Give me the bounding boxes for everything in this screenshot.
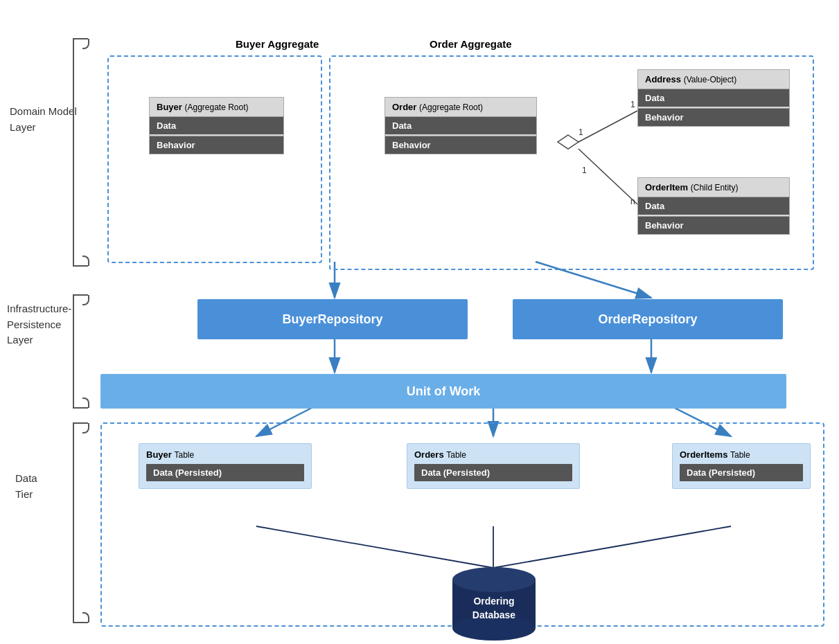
buyer-table: Buyer Table Data (Persisted) [139, 443, 312, 489]
diagram-container: 1 1 1 n Domain Model Layer Infrastructur… [0, 0, 839, 644]
order-class-title: Order (Aggregate Root) [385, 98, 536, 116]
data-tier-label: Data Tier [15, 471, 37, 502]
domain-layer-label: Domain Model Layer [10, 104, 77, 135]
address-behavior-row: Behavior [638, 108, 789, 126]
buyer-table-title: Buyer Table [146, 449, 304, 460]
database-label2: Database [473, 609, 515, 620]
database-icon: Ordering Database [442, 564, 546, 641]
buyer-class: Buyer (Aggregate Root) Data Behavior [149, 97, 284, 154]
buyer-data-row: Data [150, 116, 283, 134]
order-aggregate-title: Order Aggregate [430, 38, 512, 50]
orders-table: Orders Table Data (Persisted) [407, 443, 580, 489]
buyer-repository: BuyerRepository [197, 299, 468, 339]
domain-brace [73, 38, 88, 267]
buyer-table-data-row: Data (Persisted) [146, 464, 304, 481]
orders-table-data-row: Data (Persisted) [414, 464, 572, 481]
orderitem-class: OrderItem (Child Entity) Data Behavior [637, 177, 790, 235]
order-behavior-row: Behavior [385, 136, 536, 154]
buyer-aggregate-box [107, 55, 322, 263]
data-brace [73, 422, 88, 623]
infra-brace [73, 294, 88, 409]
address-class: Address (Value-Object) Data Behavior [637, 69, 790, 127]
orders-table-title: Orders Table [414, 449, 572, 460]
order-class: Order (Aggregate Root) Data Behavior [385, 97, 537, 154]
database-label1: Ordering [473, 596, 514, 607]
orderitem-class-title: OrderItem (Child Entity) [638, 178, 789, 197]
orderitems-table-title: OrderItems Table [680, 449, 803, 460]
orderitems-table: OrderItems Table Data (Persisted) [672, 443, 811, 489]
orderitem-behavior-row: Behavior [638, 216, 789, 234]
buyer-aggregate-title: Buyer Aggregate [236, 38, 319, 50]
order-data-row: Data [385, 116, 536, 134]
buyer-class-title: Buyer (Aggregate Root) [150, 98, 283, 116]
orderitem-data-row: Data [638, 197, 789, 215]
orderitems-table-data-row: Data (Persisted) [680, 464, 803, 481]
address-data-row: Data [638, 89, 789, 107]
address-class-title: Address (Value-Object) [638, 70, 789, 89]
svg-point-20 [452, 567, 536, 592]
infra-layer-label: Infrastructure- Persistence Layer [7, 301, 71, 348]
unit-of-work: Unit of Work [100, 374, 786, 409]
order-repository: OrderRepository [513, 299, 783, 339]
buyer-behavior-row: Behavior [150, 136, 283, 154]
